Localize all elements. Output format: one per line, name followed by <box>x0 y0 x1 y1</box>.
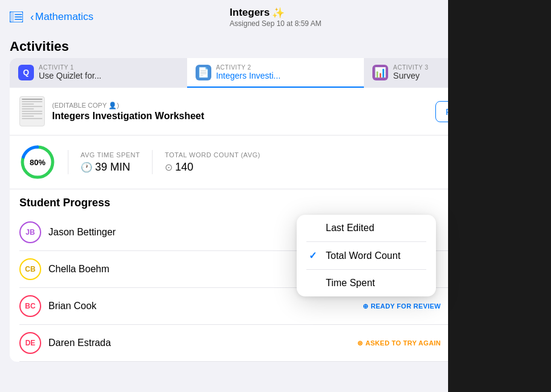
tab1-num: ACTIVITY 1 <box>39 64 101 71</box>
tab2-num: ACTIVITY 2 <box>216 64 281 71</box>
tab3-name: Survey <box>393 71 428 80</box>
svg-rect-1 <box>10 11 14 22</box>
clock-icon: 🕐 <box>81 162 93 173</box>
status-badge: ⊕ READY FOR REVIEW <box>363 302 441 310</box>
thumb-line8 <box>22 116 34 117</box>
dropdown-item-total-word-count[interactable]: ✓ Total Word Count <box>297 242 436 269</box>
back-label: Mathematics <box>35 11 93 23</box>
nav-left: ‹ Mathematics <box>10 10 93 24</box>
stats-divider2 <box>152 150 153 174</box>
status-badge: ⊛ ASKED TO TRY AGAIN <box>357 339 441 347</box>
check-selected-icon: ✓ <box>309 250 320 261</box>
check-empty-icon <box>309 278 320 289</box>
thumb-line1 <box>22 99 42 100</box>
word-count-group: TOTAL WORD COUNT (AVG) ⊙ 140 <box>165 151 260 174</box>
avatar: JB <box>19 221 41 243</box>
thumb-line5 <box>22 108 34 109</box>
nav-title: Integers ✨ <box>229 7 321 19</box>
tab3-label-group: ACTIVITY 3 Survey <box>393 64 428 80</box>
tab3-num: ACTIVITY 3 <box>393 64 428 71</box>
tab1-label-group: ACTIVITY 1 Use Quizlet for... <box>39 64 101 80</box>
dropdown-item-label: Time Spent <box>326 278 375 289</box>
word-count-text: 140 <box>175 161 193 174</box>
avg-time-group: AVG TIME SPENT 🕐 39 MIN <box>81 151 140 174</box>
avg-time-text: 39 MIN <box>95 161 130 174</box>
dropdown-menu: Last Edited ✓ Total Word Count Time Spen… <box>297 215 436 296</box>
thumb-line6 <box>22 111 42 112</box>
editable-copy-label: (EDITABLE COPY 👤) <box>52 102 428 109</box>
right-overlay <box>448 0 551 392</box>
word-count-label: TOTAL WORD COUNT (AVG) <box>165 151 260 158</box>
nav-subtitle: Assigned Sep 10 at 8:59 AM <box>229 19 321 28</box>
progress-circle: 80% <box>19 144 56 180</box>
worksheet-name: Integers Investigation Worksheet <box>52 111 428 122</box>
doc-badge: 📄 <box>196 65 211 80</box>
tab2-label-group: ACTIVITY 2 Integers Investi... <box>216 64 281 80</box>
word-count-value: ⊙ 140 <box>165 161 260 174</box>
check-empty-icon <box>309 223 320 234</box>
dropdown-item-label: Total Word Count <box>326 250 400 261</box>
sparkle-icon: ✨ <box>272 7 285 19</box>
page-title: Integers <box>229 7 269 19</box>
plus-circle-icon: ⊕ <box>363 302 368 310</box>
worksheet-thumbnail <box>19 96 45 126</box>
dropdown-item-last-edited[interactable]: Last Edited <box>297 215 436 241</box>
worksheet-info: (EDITABLE COPY 👤) Integers Investigation… <box>52 102 428 122</box>
thumb-line9 <box>22 118 42 119</box>
chevron-left-icon: ‹ <box>30 11 34 24</box>
tab2-name: Integers Investi... <box>216 71 281 80</box>
warning-icon: ⊛ <box>357 339 363 347</box>
tab1-name: Use Quizlet for... <box>39 71 101 80</box>
thumb-line3 <box>22 103 34 105</box>
student-progress-title: Student Progress <box>19 197 110 209</box>
survey-badge: 📊 <box>372 65 388 80</box>
student-name: Daren Estrada <box>48 338 350 348</box>
back-button[interactable]: ‹ Mathematics <box>30 11 93 24</box>
avatar: BC <box>19 295 41 317</box>
thumb-line2 <box>22 101 42 102</box>
thumb-line4 <box>22 106 42 107</box>
avatar: CB <box>19 258 41 280</box>
progress-label: 80% <box>30 158 45 167</box>
checkmark-icon: ⊙ <box>165 162 173 173</box>
avg-time-label: AVG TIME SPENT <box>81 151 140 158</box>
quizlet-badge: Q <box>18 65 34 80</box>
student-name: Chella Boehm <box>48 264 506 275</box>
thumb-line7 <box>22 113 42 114</box>
dropdown-item-label: Last Edited <box>326 223 374 234</box>
nav-center: Integers ✨ Assigned Sep 10 at 8:59 AM <box>229 7 321 28</box>
avg-time-value: 🕐 39 MIN <box>81 161 140 174</box>
dropdown-item-time-spent[interactable]: Time Spent <box>297 270 436 296</box>
sidebar-toggle-button[interactable] <box>10 10 27 24</box>
stats-divider1 <box>68 150 68 174</box>
avatar: DE <box>19 332 41 354</box>
tab-activity1[interactable]: Q ACTIVITY 1 Use Quizlet for... <box>10 58 187 88</box>
tab-activity2[interactable]: 📄 ACTIVITY 2 Integers Investi... <box>187 58 365 88</box>
student-name: Brian Cook <box>48 301 355 312</box>
